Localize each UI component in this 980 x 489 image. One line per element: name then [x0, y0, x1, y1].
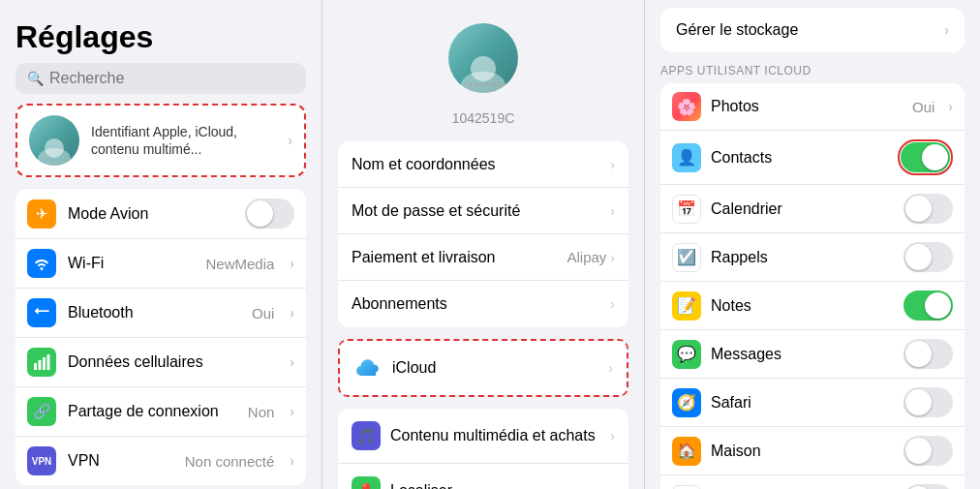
app-item-calendrier[interactable]: 📅 Calendrier	[660, 185, 965, 233]
messages-icon: 💬	[672, 340, 701, 369]
profile-section: CHANDAB 1042519C	[322, 0, 644, 141]
svg-rect-2	[43, 357, 46, 370]
left-panel: Réglages 🔍 Identifiant Apple, iCloud, co…	[0, 0, 322, 489]
storage-chevron: ›	[944, 22, 949, 38]
safari-label: Safari	[711, 394, 894, 412]
storage-item[interactable]: Gérer le stockage ›	[660, 8, 965, 52]
messages-toggle[interactable]	[903, 339, 953, 369]
settings-item-partage[interactable]: 🔗 Partage de connexion Non ›	[15, 387, 306, 437]
photos-label: Photos	[711, 98, 903, 115]
sante-toggle[interactable]	[903, 484, 953, 489]
maison-toggle[interactable]	[903, 436, 953, 466]
rappels-icon: ☑️	[672, 243, 701, 272]
profile-avatar-wrapper: CHANDAB	[448, 23, 518, 103]
mdp-chevron: ›	[610, 203, 615, 219]
mid-item-mdp-label: Mot de passe et sécurité	[352, 202, 610, 220]
mid-item-abonnements[interactable]: Abonnements ›	[338, 281, 628, 327]
calendrier-label: Calendrier	[711, 200, 894, 218]
safari-icon: 🧭	[672, 388, 701, 417]
apple-id-label: Identifiant Apple, iCloud, contenu multi…	[91, 123, 276, 158]
mid-item-nom[interactable]: Nom et coordonnées ›	[338, 141, 628, 188]
mid-item-paiement[interactable]: Paiement et livraison Alipay ›	[338, 234, 628, 281]
mid-item-paiement-label: Paiement et livraison	[352, 249, 567, 266]
page-title: Réglages	[0, 0, 322, 63]
svg-rect-3	[47, 354, 50, 370]
calendrier-toggle[interactable]	[903, 194, 953, 224]
icloud-section-header: APPS UTILISANT ICLOUD	[645, 64, 980, 83]
search-bar[interactable]: 🔍	[15, 63, 306, 94]
notes-toggle[interactable]	[903, 290, 953, 321]
maison-icon: 🏠	[672, 437, 701, 466]
settings-item-wifi[interactable]: Wi-Fi NewMedia ›	[15, 239, 306, 289]
search-icon: 🔍	[27, 71, 44, 86]
profile-id: 1042519C	[452, 110, 515, 126]
wifi-value: NewMedia	[205, 256, 274, 272]
cellulaires-label: Données cellulaires	[68, 353, 278, 371]
partage-value: Non	[248, 404, 275, 420]
app-item-messages[interactable]: 💬 Messages	[660, 330, 965, 379]
app-item-photos[interactable]: 🌸 Photos Oui ›	[660, 83, 965, 131]
cellulaires-icon	[27, 348, 56, 377]
contacts-toggle[interactable]	[901, 142, 950, 172]
photos-value: Oui	[912, 99, 934, 115]
icloud-item[interactable]: iCloud ›	[340, 341, 627, 395]
bluetooth-label: Bluetooth	[68, 304, 240, 321]
maison-label: Maison	[711, 443, 894, 460]
bluetooth-icon: ⭠	[27, 298, 56, 327]
app-item-maison[interactable]: 🏠 Maison	[660, 427, 965, 475]
mid-item-abonnements-label: Abonnements	[352, 295, 610, 313]
settings-item-cellulaires[interactable]: Données cellulaires ›	[15, 338, 306, 387]
app-list: 🌸 Photos Oui › 👤 Contacts 📅 Calendrier	[660, 83, 965, 489]
settings-item-bluetooth[interactable]: ⭠ Bluetooth Oui ›	[15, 289, 306, 338]
app-item-contacts[interactable]: 👤 Contacts	[660, 131, 965, 185]
app-item-notes[interactable]: 📝 Notes	[660, 282, 965, 330]
calendrier-icon: 📅	[672, 195, 701, 224]
rappels-label: Rappels	[711, 249, 894, 266]
chevron-icon: ›	[288, 133, 292, 148]
icloud-item-wrapper: iCloud ›	[338, 339, 628, 397]
mid-item-nom-label: Nom et coordonnées	[352, 156, 610, 173]
mid-item-multimedia-label: Contenu multimédia et achats	[390, 427, 610, 444]
app-item-sante[interactable]: ❤ Santé	[660, 475, 965, 489]
sante-icon: ❤	[672, 485, 701, 490]
contacts-icon: 👤	[672, 143, 701, 172]
notes-label: Notes	[711, 297, 894, 315]
rappels-toggle[interactable]	[903, 242, 953, 272]
mid-item-localiser[interactable]: 📍 Localiser ›	[338, 464, 628, 489]
middle-group2: 🎵 Contenu multimédia et achats › 📍 Local…	[338, 409, 628, 489]
settings-item-vpn[interactable]: VPN VPN Non connecté ›	[15, 437, 306, 485]
mid-item-localiser-label: Localiser	[390, 482, 610, 489]
nom-chevron: ›	[610, 157, 615, 172]
cellulaires-chevron: ›	[290, 354, 294, 370]
vpn-value: Non connecté	[185, 453, 275, 470]
mode-avion-icon: ✈	[27, 199, 56, 229]
vpn-label: VPN	[68, 452, 173, 470]
app-item-rappels[interactable]: ☑️ Rappels	[660, 233, 965, 282]
settings-group-network: ✈ Mode Avion Wi-Fi NewMedia › ⭠ Bluetoot…	[15, 189, 306, 485]
settings-item-mode-avion[interactable]: ✈ Mode Avion	[15, 189, 306, 239]
localiser-chevron: ›	[610, 483, 615, 489]
middle-panel: CHANDAB 1042519C Nom et coordonnées › Mo…	[322, 0, 645, 489]
app-item-safari[interactable]: 🧭 Safari	[660, 379, 965, 427]
multimedia-icon: 🎵	[352, 421, 381, 450]
profile-avatar: CHANDAB	[448, 23, 518, 93]
svg-rect-1	[39, 360, 42, 370]
storage-label: Gérer le stockage	[676, 21, 944, 39]
mode-avion-label: Mode Avion	[68, 205, 233, 223]
bluetooth-value: Oui	[252, 305, 274, 321]
partage-chevron: ›	[290, 404, 294, 419]
mid-item-mdp[interactable]: Mot de passe et sécurité ›	[338, 188, 628, 234]
mid-item-paiement-value: Alipay	[567, 249, 606, 265]
apple-id-row[interactable]: Identifiant Apple, iCloud, contenu multi…	[15, 104, 306, 177]
multimedia-chevron: ›	[610, 428, 615, 443]
safari-toggle[interactable]	[903, 387, 953, 417]
icloud-label: iCloud	[392, 359, 598, 377]
messages-label: Messages	[711, 346, 894, 363]
wifi-icon	[27, 249, 56, 278]
vpn-chevron: ›	[290, 453, 294, 469]
mid-item-multimedia[interactable]: 🎵 Contenu multimédia et achats ›	[338, 409, 628, 464]
search-input[interactable]	[49, 70, 294, 87]
abonnements-chevron: ›	[610, 296, 615, 312]
vpn-icon: VPN	[27, 446, 56, 475]
mode-avion-toggle[interactable]	[245, 199, 294, 229]
